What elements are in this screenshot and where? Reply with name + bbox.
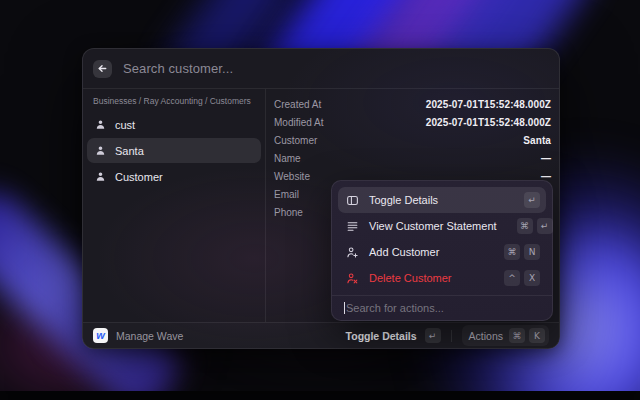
wave-logo: w bbox=[93, 328, 108, 343]
wallpaper-bottom-strip bbox=[0, 391, 640, 400]
breadcrumb: Businesses / Ray Accounting / Customers bbox=[83, 94, 265, 112]
detail-label: Phone bbox=[274, 207, 303, 218]
list-item-label: Customer bbox=[115, 171, 163, 183]
menu-item-label: Delete Customer bbox=[369, 272, 452, 284]
footer-actions-button[interactable]: Actions ⌘ K bbox=[462, 325, 549, 346]
return-key-badge: ↵ bbox=[425, 328, 441, 343]
command-key-badge: ⌘ bbox=[509, 328, 525, 343]
detail-label: Created At bbox=[274, 99, 321, 110]
detail-label: Email bbox=[274, 189, 299, 200]
person-icon bbox=[95, 171, 106, 182]
app-name: Manage Wave bbox=[116, 330, 183, 342]
statement-lines-icon bbox=[346, 220, 359, 233]
detail-label: Modified At bbox=[274, 117, 323, 128]
return-key-badge: ↵ bbox=[537, 218, 553, 234]
detail-label: Name bbox=[274, 153, 301, 164]
detail-value: 2025-07-01T15:52:48.000Z bbox=[426, 117, 551, 128]
footer-bar: w Manage Wave Toggle Details ↵ Actions ⌘… bbox=[83, 322, 559, 348]
list-item-cust[interactable]: cust bbox=[87, 112, 261, 137]
person-add-icon bbox=[346, 246, 359, 259]
person-icon bbox=[95, 145, 106, 156]
menu-item-toggle-details[interactable]: Toggle Details ↵ bbox=[338, 187, 546, 213]
menu-item-delete-customer[interactable]: Delete Customer ^ X bbox=[338, 265, 546, 291]
list-item-label: Santa bbox=[115, 145, 144, 157]
menu-item-add-customer[interactable]: Add Customer ⌘ N bbox=[338, 239, 546, 265]
detail-row-name: Name — bbox=[274, 149, 551, 167]
command-key-badge: ⌘ bbox=[517, 218, 533, 234]
k-key-badge: K bbox=[529, 328, 545, 343]
actions-search-input[interactable]: Search for actions... bbox=[332, 295, 552, 320]
list-item-customer[interactable]: Customer bbox=[87, 164, 261, 189]
command-key-badge: ⌘ bbox=[504, 244, 520, 260]
n-key-badge: N bbox=[524, 244, 540, 260]
menu-item-view-customer-statement[interactable]: View Customer Statement ⌘ ↵ bbox=[338, 213, 546, 239]
detail-value: — bbox=[541, 153, 551, 164]
footer-toggle-details-button[interactable]: Toggle Details bbox=[346, 330, 417, 342]
person-icon bbox=[95, 119, 106, 130]
return-key-badge: ↵ bbox=[524, 192, 540, 208]
detail-row-created-at: Created At 2025-07-01T15:52:48.000Z bbox=[274, 95, 551, 113]
sidebar-toggle-icon bbox=[346, 194, 359, 207]
detail-row-modified-at: Modified At 2025-07-01T15:52:48.000Z bbox=[274, 113, 551, 131]
actions-menu: Toggle Details ↵ View Customer Statement… bbox=[331, 180, 553, 321]
customer-list-panel: Businesses / Ray Accounting / Customers … bbox=[83, 89, 265, 322]
detail-row-customer: Customer Santa bbox=[274, 131, 551, 149]
back-button[interactable] bbox=[93, 60, 112, 78]
detail-label: Customer bbox=[274, 135, 317, 146]
text-cursor bbox=[344, 302, 345, 314]
arrow-left-icon bbox=[97, 63, 108, 74]
desktop-wallpaper: Search customer... Businesses / Ray Acco… bbox=[0, 0, 640, 400]
detail-value: 2025-07-01T15:52:48.000Z bbox=[426, 99, 551, 110]
detail-label: Website bbox=[274, 171, 310, 182]
customer-list: cust Santa Customer bbox=[83, 112, 265, 189]
footer-separator bbox=[451, 330, 452, 342]
detail-value: Santa bbox=[523, 135, 551, 146]
list-item-santa[interactable]: Santa bbox=[87, 138, 261, 163]
actions-menu-items: Toggle Details ↵ View Customer Statement… bbox=[332, 181, 552, 295]
actions-search-placeholder: Search for actions... bbox=[346, 302, 444, 314]
list-item-label: cust bbox=[115, 119, 135, 131]
x-key-badge: X bbox=[524, 270, 540, 286]
actions-button-label: Actions bbox=[469, 330, 503, 342]
menu-item-label: Toggle Details bbox=[369, 194, 438, 206]
search-input[interactable]: Search customer... bbox=[123, 61, 233, 76]
control-key-badge: ^ bbox=[504, 270, 520, 286]
menu-item-label: View Customer Statement bbox=[369, 220, 497, 232]
menu-item-label: Add Customer bbox=[369, 246, 439, 258]
person-delete-icon bbox=[346, 272, 359, 285]
search-bar: Search customer... bbox=[83, 49, 559, 89]
